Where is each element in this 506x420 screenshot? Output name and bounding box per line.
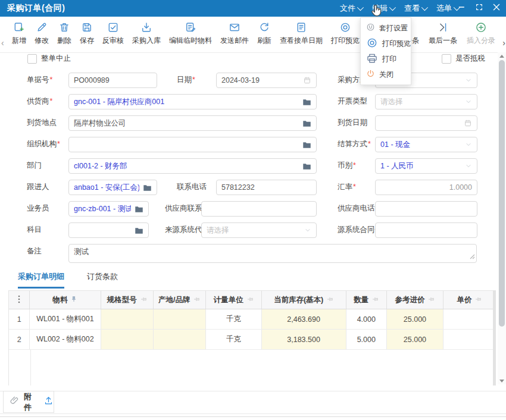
folder-icon[interactable] (135, 205, 143, 213)
cell-quantity[interactable]: 5.000 (346, 330, 388, 349)
titlebar-menu-view[interactable]: 查看 (404, 3, 426, 14)
column-header-material[interactable]: 物料 (30, 291, 101, 309)
chevron-down-icon[interactable] (465, 141, 472, 148)
titlebar-menu-file[interactable]: 文件 (340, 3, 362, 14)
column-header-unit-price[interactable]: 单价 (443, 291, 496, 309)
scrollbar-thumb[interactable] (499, 60, 505, 327)
tab-order-detail[interactable]: 采购订单明细 (18, 271, 64, 289)
pin-pinned-icon[interactable] (70, 296, 77, 305)
table-scrollbar[interactable] (493, 290, 496, 385)
field-invoice-type[interactable]: 请选择 (375, 94, 477, 109)
cell-quantity[interactable]: 4.000 (346, 309, 388, 329)
pin-flat-icon[interactable] (371, 296, 379, 305)
field-exchange-rate[interactable]: 1.0000 (375, 180, 477, 195)
column-header-unit[interactable]: 计量单位 (206, 291, 262, 309)
pin-flat-icon[interactable] (246, 296, 254, 305)
toolbar-button-modify[interactable]: 修改 (31, 17, 52, 52)
toolbar-button-purchase-inbound[interactable]: 采购入库 (129, 17, 164, 52)
resize-grip-icon[interactable] (470, 253, 475, 261)
column-header-quantity[interactable]: 数量 (346, 291, 388, 309)
cell-unit[interactable]: 千克 (206, 309, 262, 329)
folder-icon[interactable] (135, 227, 143, 234)
toolbar-button-delete[interactable]: 删除 (54, 17, 75, 52)
chevron-down-icon[interactable] (465, 98, 472, 105)
toolbar-button-refresh[interactable]: 刷新 (254, 17, 275, 52)
titlebar-menu-edit[interactable]: 编辑 (372, 3, 394, 14)
field-organization[interactable] (68, 137, 317, 152)
cell-material[interactable]: WL002 - 物料002 (30, 330, 101, 349)
field-source-system-code[interactable]: 请选择 (201, 222, 317, 238)
checkbox-box[interactable] (27, 54, 37, 64)
field-remarks[interactable]: 测试 (68, 244, 477, 263)
titlebar-menu-menu[interactable]: 选单 (436, 3, 458, 14)
scroll-up-icon[interactable] (498, 52, 506, 59)
field-delivery-date[interactable] (375, 115, 477, 131)
cell-spec-model[interactable] (101, 309, 154, 329)
field-supplier-phone[interactable] (375, 201, 477, 217)
attachment-button[interactable]: 附件 (3, 391, 54, 413)
column-header-origin-brand[interactable]: 产地/品牌 (154, 291, 206, 309)
column-header-current-stock[interactable]: 当前库存(基本) (262, 291, 346, 309)
folder-icon[interactable] (302, 98, 311, 106)
toolbar-button-add[interactable]: 新增 (8, 17, 30, 52)
column-header-ref-price[interactable]: 参考进价 (387, 291, 443, 309)
checkbox-abort-order[interactable]: 整单中止 (27, 54, 71, 64)
cell-origin-brand[interactable] (154, 309, 206, 329)
toolbar-button-view-order-date[interactable]: 查看接单日期 (276, 17, 326, 52)
cell-ref-price[interactable]: 25.000 (387, 330, 443, 349)
pin-flat-icon[interactable] (140, 296, 147, 305)
menu-item-print[interactable]: 打印 (361, 51, 411, 67)
table-row[interactable]: 1WL001 - 物料001千克2,463.6904.00025.000 (9, 309, 496, 330)
toolbar-button-last-record[interactable]: 最后一条 (425, 17, 461, 52)
chevron-down-icon[interactable] (465, 162, 472, 170)
field-order-no[interactable]: PO000989 (68, 73, 157, 88)
toolbar-button-unaudit[interactable]: 反审核 (99, 17, 127, 52)
field-delivery-place[interactable]: 隔岸村物业公司 (68, 115, 317, 131)
column-header-row-handle[interactable] (9, 291, 30, 309)
cell-origin-brand[interactable] (154, 330, 206, 349)
field-salesman[interactable]: gnc-zb-001 - 测试账号 (68, 201, 149, 217)
toolbar-button-print-preview[interactable]: 打印预览 (327, 17, 363, 52)
cell-current-stock[interactable]: 2,463.690 (262, 309, 346, 329)
minimize-button[interactable] (456, 2, 468, 14)
upload-icon[interactable] (43, 396, 54, 408)
toolbar-scroll-left-icon[interactable]: ‹ (1, 38, 4, 48)
main-scrollbar[interactable] (498, 52, 506, 384)
field-currency[interactable]: 1 - 人民币 (375, 158, 477, 174)
drag-handle-icon[interactable] (18, 295, 20, 305)
cell-unit[interactable]: 千克 (206, 330, 262, 349)
field-contact-phone[interactable]: 57812232 (216, 180, 317, 195)
chevron-down-icon[interactable] (465, 77, 472, 84)
calendar-icon[interactable] (464, 119, 472, 127)
pin-flat-icon[interactable] (427, 296, 435, 305)
toolbar-button-send-email[interactable]: 发送邮件 (217, 17, 252, 52)
chevron-down-icon[interactable] (304, 227, 311, 234)
field-settlement-method[interactable]: 01 - 现金 (375, 137, 477, 152)
checkbox-box[interactable] (442, 54, 451, 64)
menu-item-stamp-print-settings[interactable]: 套打设置 (361, 20, 411, 36)
field-department[interactable]: cl001-2 - 财务部 (68, 158, 317, 174)
folder-icon[interactable] (302, 141, 311, 149)
scroll-down-icon[interactable] (498, 377, 506, 384)
cell-current-stock[interactable]: 3,183.500 (262, 330, 346, 349)
field-supplier-contact[interactable] (201, 201, 317, 217)
field-subject[interactable] (68, 222, 149, 238)
field-date[interactable]: 2024-03-19 (216, 73, 317, 88)
cell-spec-model[interactable] (101, 330, 154, 349)
folder-icon[interactable] (302, 162, 311, 170)
field-source-contract-no[interactable] (375, 222, 477, 238)
cell-material[interactable]: WL001 - 物料001 (30, 309, 101, 329)
pin-flat-icon[interactable] (193, 296, 200, 305)
cell-unit-price[interactable] (443, 309, 496, 329)
toolbar-button-save[interactable]: 保存 (76, 17, 98, 52)
maximize-button[interactable] (473, 2, 485, 14)
column-header-spec-model[interactable]: 规格型号 (101, 291, 154, 309)
checkbox-tax-deduct[interactable]: 是否抵税 (442, 54, 485, 64)
tab-order-terms[interactable]: 订货条款 (87, 271, 118, 289)
field-follower[interactable]: anbao1 - 安保(工会) (68, 180, 157, 195)
cell-unit-price[interactable] (443, 330, 496, 349)
calendar-icon[interactable] (303, 76, 311, 84)
cell-ref-price[interactable]: 25.000 (387, 309, 443, 329)
toolbar-button-edit-temp-material[interactable]: 编辑临时物料 (165, 17, 215, 52)
folder-icon[interactable] (143, 184, 152, 192)
